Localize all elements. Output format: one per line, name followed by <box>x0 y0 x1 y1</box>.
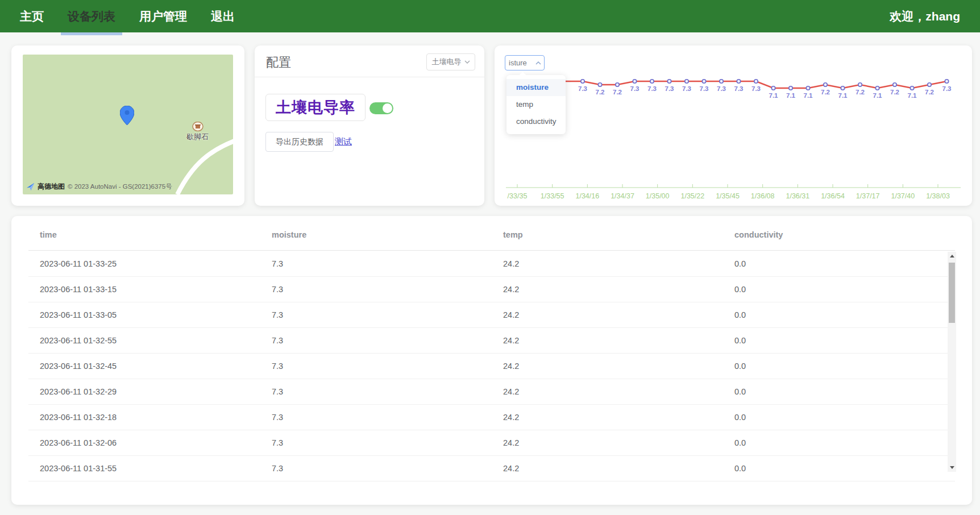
table-cell: 2023-06-11 01-33-25 <box>28 259 260 268</box>
scrollbar-down-arrow[interactable] <box>948 463 956 472</box>
menu-item-temp[interactable]: temp <box>506 96 566 113</box>
chart-point <box>650 80 654 83</box>
scrollbar-up-arrow[interactable] <box>948 252 956 260</box>
metric-menu: moisturetempconductivity <box>506 75 566 134</box>
chart-point <box>945 80 948 83</box>
map-poi: 歇脚石 <box>186 122 209 142</box>
export-history-button[interactable]: 导出历史数据 <box>265 132 334 152</box>
table-cell: 7.3 <box>260 387 492 396</box>
table-cell: 24.2 <box>492 438 723 447</box>
chart-point <box>789 86 792 90</box>
menu-item-conductivity[interactable]: conductivity <box>506 113 566 130</box>
chart-point-label: 7.3 <box>630 85 640 92</box>
table-cell: 7.3 <box>260 259 492 268</box>
navbar: 主页设备列表用户管理退出 欢迎，zhang <box>0 0 980 32</box>
amap-logo-icon <box>26 182 35 191</box>
menu-item-moisture[interactable]: moisture <box>506 79 566 96</box>
chart-point-label: 7.3 <box>751 85 761 92</box>
nav-tab-1[interactable]: 主页 <box>13 0 51 32</box>
table-header: timemoisturetempconductivity <box>28 230 955 251</box>
map-copyright: © 2023 AutoNavi - GS(2021)6375号 <box>68 182 172 191</box>
map-canvas[interactable]: 歇脚石 高德地图 © 2023 AutoNavi - GS(2021)6375号 <box>23 55 233 194</box>
table-cell: 0.0 <box>723 464 955 473</box>
chart-point <box>806 86 809 90</box>
table-cell: 0.0 <box>723 387 955 396</box>
poi-label: 歇脚石 <box>186 132 209 142</box>
page: 主页设备列表用户管理退出 欢迎，zhang 歇脚石 <box>0 0 980 515</box>
table-cell: 7.3 <box>260 438 492 447</box>
table-cell: 7.3 <box>260 464 492 473</box>
welcome-text: 欢迎，zhang <box>890 9 960 24</box>
chart-point <box>720 80 723 83</box>
table-cell: 0.0 <box>723 336 955 345</box>
table-cell: 24.2 <box>492 336 723 345</box>
chart-point-label: 7.1 <box>786 92 796 99</box>
table-cell: 7.3 <box>260 336 492 345</box>
chevron-down-icon <box>464 60 470 64</box>
table-cell: 0.0 <box>723 362 955 371</box>
table-row: 2023-06-11 01-33-157.324.20.0 <box>28 277 955 302</box>
map-marker-icon[interactable] <box>120 106 134 127</box>
chart-point-label: 7.1 <box>838 92 848 99</box>
x-tick-label: 1/35/22 <box>680 192 704 200</box>
chart-point-label: 7.2 <box>890 89 899 95</box>
moisture-line-chart: 7.37.27.27.37.37.37.37.37.37.37.37.17.17… <box>495 45 972 206</box>
chart-point-label: 7.2 <box>821 89 830 95</box>
chart-point <box>702 80 705 83</box>
chart-point <box>667 80 671 83</box>
table-row: 2023-06-11 01-32-187.324.20.0 <box>28 405 955 430</box>
nav-tab-3[interactable]: 用户管理 <box>132 0 194 32</box>
chart-point <box>824 83 827 86</box>
chart-point-label: 7.2 <box>596 89 605 95</box>
device-select-value: 土壤电导 <box>432 57 462 67</box>
x-tick-label: 1/35/45 <box>716 192 740 200</box>
chart-point <box>771 86 775 90</box>
nav-tabs: 主页设备列表用户管理退出 <box>13 0 242 32</box>
chart-point-label: 7.2 <box>613 89 622 95</box>
table-cell: 2023-06-11 01-31-55 <box>28 464 260 473</box>
map-brand: 高德地图 <box>38 182 65 192</box>
x-tick-label: 1/38/03 <box>926 192 950 200</box>
chart-point-label: 7.2 <box>856 89 865 95</box>
chart-point-label: 7.1 <box>804 92 813 99</box>
column-header-time: time <box>28 230 260 239</box>
table-cell: 7.3 <box>260 310 492 319</box>
column-header-moisture: moisture <box>260 230 492 239</box>
chart-point <box>875 86 879 90</box>
chart-point <box>737 80 740 83</box>
table-cell: 2023-06-11 01-32-29 <box>28 387 260 396</box>
table-cell: 2023-06-11 01-33-15 <box>28 285 260 294</box>
chart-point <box>841 86 844 90</box>
x-tick-label: 1/37/17 <box>856 192 880 200</box>
x-tick-label: 1/35/00 <box>646 192 670 200</box>
x-tick-label: 1/36/31 <box>786 192 809 200</box>
nav-tab-4[interactable]: 退出 <box>204 0 242 32</box>
chart-point-label: 7.1 <box>873 92 883 99</box>
device-select[interactable]: 土壤电导 <box>426 53 475 70</box>
test-link[interactable]: 测试 <box>335 136 352 147</box>
chart-point-label: 7.3 <box>700 85 709 92</box>
table-row: 2023-06-11 01-31-557.324.20.0 <box>28 456 955 481</box>
map-attribution: 高德地图 © 2023 AutoNavi - GS(2021)6375号 <box>26 182 172 192</box>
column-header-temp: temp <box>492 230 723 239</box>
chart-point-label: 7.2 <box>925 89 934 95</box>
metric-select-value: isture <box>509 59 527 67</box>
table-cell: 0.0 <box>723 438 955 447</box>
scrollbar-thumb[interactable] <box>949 263 955 323</box>
x-tick-label: 1/36/08 <box>751 192 775 200</box>
config-title: 配置 <box>266 54 291 71</box>
x-tick-label: 1/36/54 <box>821 192 845 200</box>
chart-point <box>928 83 931 86</box>
chart-point <box>685 80 688 83</box>
table-cell: 0.0 <box>723 259 955 268</box>
table-cell: 2023-06-11 01-33-05 <box>28 310 260 319</box>
table-cell: 24.2 <box>492 362 723 371</box>
nav-tab-2[interactable]: 设备列表 <box>61 0 122 32</box>
device-toggle[interactable] <box>369 102 393 114</box>
metric-select[interactable]: isture <box>505 55 545 70</box>
map-card: 歇脚石 高德地图 © 2023 AutoNavi - GS(2021)6375号 <box>11 45 244 206</box>
poi-building-icon <box>192 122 204 131</box>
table-scrollbar[interactable] <box>948 252 956 472</box>
chart-point-label: 7.3 <box>647 85 657 92</box>
chart-point <box>893 83 896 86</box>
